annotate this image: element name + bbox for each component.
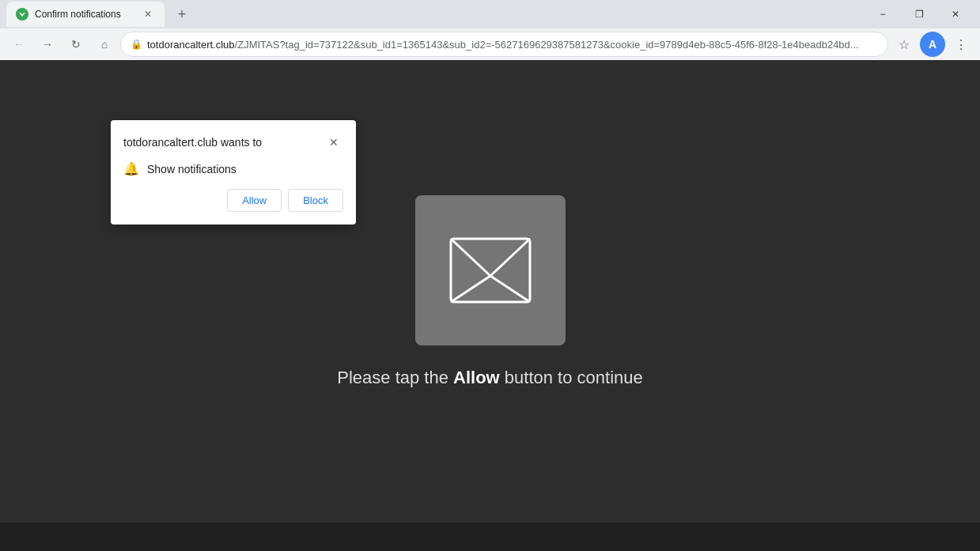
- minimize-icon: −: [880, 9, 885, 20]
- svg-line-4: [490, 276, 530, 302]
- url-text: totdorancaltert.club/ZJMITAS?tag_id=7371…: [147, 39, 878, 51]
- tab-close-button[interactable]: ✕: [141, 7, 155, 21]
- svg-rect-0: [451, 239, 530, 302]
- back-button[interactable]: ←: [6, 32, 32, 57]
- profile-button[interactable]: A: [920, 32, 945, 57]
- bookmark-button[interactable]: ☆: [891, 32, 917, 57]
- popup-title: totdorancaltert.club wants to: [123, 136, 262, 149]
- permission-text: Show notifications: [147, 163, 236, 175]
- profile-icon: A: [929, 38, 936, 51]
- home-button[interactable]: ⌂: [92, 32, 117, 57]
- svg-line-3: [451, 276, 490, 302]
- chrome-menu-button[interactable]: ⋮: [948, 32, 974, 57]
- url-domain: totdorancaltert.club: [147, 39, 235, 51]
- lock-icon: 🔒: [131, 39, 142, 50]
- tab-favicon: [16, 8, 28, 21]
- address-bar: ← → ↻ ⌂ 🔒 totdorancaltert.club/ZJMITAS?t…: [0, 28, 980, 60]
- tab-close-icon: ✕: [144, 9, 152, 20]
- popup-close-icon: ✕: [329, 136, 339, 149]
- tab-title: Confirm notifications: [35, 9, 134, 20]
- close-button[interactable]: ✕: [937, 0, 974, 28]
- restore-icon: ❐: [915, 9, 924, 20]
- home-icon: ⌂: [101, 38, 108, 51]
- url-path: /ZJMITAS?tag_id=737122&sub_id1=1365143&s…: [235, 39, 859, 51]
- message-bold: Allow: [453, 368, 500, 387]
- restore-button[interactable]: ❐: [901, 0, 937, 28]
- popup-permission: 🔔 Show notifications: [123, 161, 343, 176]
- message-suffix: button to continue: [500, 368, 643, 387]
- svg-line-1: [451, 239, 490, 276]
- email-icon: [447, 235, 534, 306]
- popup-actions: Allow Block: [123, 189, 343, 212]
- omnibox[interactable]: 🔒 totdorancaltert.club/ZJMITAS?tag_id=73…: [120, 32, 888, 57]
- allow-button[interactable]: Allow: [227, 189, 282, 212]
- popup-header: totdorancaltert.club wants to ✕: [123, 133, 343, 152]
- reload-button[interactable]: ↻: [63, 32, 89, 57]
- page-message: Please tap the Allow button to continue: [337, 368, 642, 388]
- new-tab-icon: +: [178, 6, 187, 23]
- minimize-button[interactable]: −: [865, 0, 901, 28]
- message-prefix: Please tap the: [337, 368, 453, 387]
- page-content: totdorancaltert.club wants to ✕ 🔔 Show n…: [0, 60, 980, 523]
- star-icon: ☆: [899, 37, 910, 52]
- reload-icon: ↻: [71, 38, 81, 51]
- forward-icon: →: [42, 38, 53, 51]
- close-icon: ✕: [952, 9, 959, 20]
- active-tab[interactable]: Confirm notifications ✕: [6, 2, 165, 27]
- forward-button[interactable]: →: [35, 32, 60, 57]
- notification-popup: totdorancaltert.club wants to ✕ 🔔 Show n…: [111, 120, 356, 225]
- email-icon-box: [415, 195, 566, 345]
- svg-line-2: [490, 239, 530, 276]
- popup-close-button[interactable]: ✕: [324, 133, 343, 152]
- new-tab-button[interactable]: +: [171, 3, 193, 25]
- menu-icon: ⋮: [955, 37, 967, 52]
- bell-icon: 🔔: [123, 161, 139, 176]
- block-button[interactable]: Block: [288, 189, 343, 212]
- back-icon: ←: [13, 38, 25, 51]
